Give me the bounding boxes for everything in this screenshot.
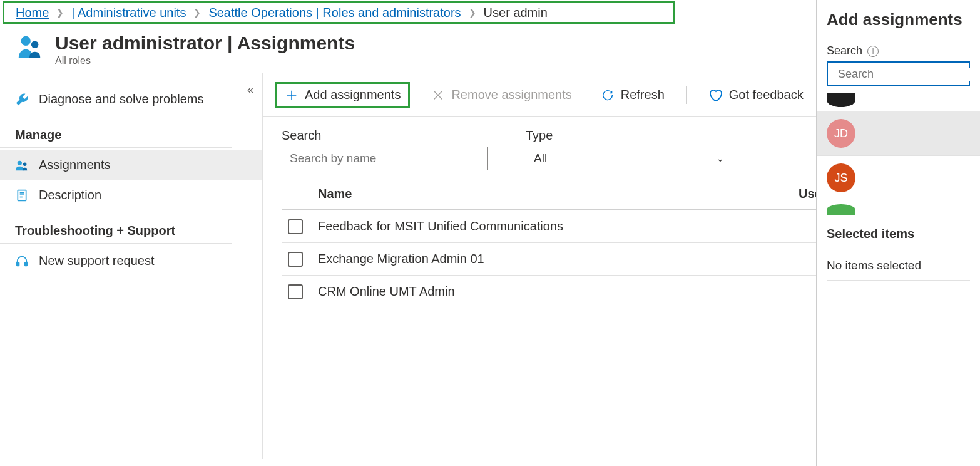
- row-checkbox[interactable]: [288, 219, 303, 234]
- svg-point-1: [31, 41, 39, 48]
- refresh-button[interactable]: Refresh: [593, 84, 672, 106]
- flyout-selected-title: Selected items: [827, 227, 970, 241]
- row-name: CRM Online UMT Admin: [318, 284, 799, 299]
- chevron-right-icon: ❯: [56, 8, 64, 18]
- nav-support-label: New support request: [39, 254, 155, 268]
- row-name: Exchange Migration Admin 01: [318, 252, 799, 266]
- x-icon: [431, 88, 445, 102]
- page-subtitle: All roles: [55, 55, 355, 66]
- row-checkbox[interactable]: [288, 252, 303, 267]
- feedback-button[interactable]: Got feedback: [700, 84, 811, 106]
- nav-section-manage: Manage: [0, 114, 232, 148]
- people-icon: [15, 158, 29, 172]
- breadcrumb-seattle-ops[interactable]: Seattle Operations | Roles and administr…: [208, 6, 461, 20]
- document-icon: [15, 189, 29, 202]
- breadcrumb-current: User admin: [484, 6, 548, 20]
- flyout-selected-section: Selected items No items selected: [817, 215, 980, 286]
- flyout-title: Add assignments: [817, 6, 980, 41]
- feedback-label: Got feedback: [729, 88, 804, 102]
- nav-section-troubleshoot: Troubleshooting + Support: [0, 210, 232, 244]
- nav-assignments[interactable]: Assignments: [0, 150, 262, 180]
- flyout-user-list: JD JS: [817, 93, 980, 215]
- role-icon: [15, 33, 44, 64]
- filter-type-label: Type: [526, 128, 732, 143]
- filter-type-value: All: [534, 152, 547, 165]
- flyout-search-box[interactable]: [827, 61, 970, 86]
- nav-support-request[interactable]: New support request: [0, 246, 262, 276]
- heart-icon: [708, 88, 723, 103]
- list-item[interactable]: JD: [817, 111, 980, 156]
- info-icon[interactable]: i: [867, 46, 879, 57]
- collapse-nav-icon[interactable]: «: [247, 83, 253, 96]
- row-name: Feedback for MSIT Unified Communications: [318, 219, 799, 234]
- refresh-icon: [601, 88, 615, 102]
- avatar: JS: [827, 163, 855, 192]
- chevron-right-icon: ❯: [193, 8, 201, 18]
- breadcrumb: Home ❯ | Administrative units ❯ Seattle …: [3, 1, 675, 24]
- filter-search-label: Search: [282, 128, 488, 143]
- col-name: Name: [318, 187, 799, 201]
- svg-rect-8: [17, 262, 19, 266]
- avatar: [827, 204, 855, 215]
- svg-point-2: [18, 160, 22, 165]
- row-checkbox[interactable]: [288, 284, 303, 299]
- svg-point-3: [23, 162, 27, 166]
- refresh-label: Refresh: [621, 88, 665, 102]
- svg-point-0: [21, 36, 31, 46]
- add-assignments-label: Add assignments: [305, 88, 401, 102]
- avatar: JD: [827, 119, 855, 148]
- filter-type-select[interactable]: All ⌄: [526, 147, 732, 170]
- flyout-search-input[interactable]: [838, 68, 980, 81]
- filter-search-input[interactable]: [282, 147, 488, 170]
- chevron-right-icon: ❯: [469, 8, 476, 18]
- wrench-icon: [15, 93, 29, 106]
- toolbar-divider: [686, 86, 687, 104]
- list-item[interactable]: [817, 200, 980, 215]
- remove-assignments-label: Remove assignments: [451, 88, 571, 102]
- list-item[interactable]: JS: [817, 156, 980, 200]
- headset-icon: [15, 254, 29, 268]
- chevron-down-icon: ⌄: [717, 153, 724, 163]
- breadcrumb-admin-units[interactable]: | Administrative units: [71, 6, 186, 20]
- nav-diagnose[interactable]: Diagnose and solve problems: [0, 85, 262, 114]
- avatar: [827, 93, 855, 107]
- breadcrumb-home[interactable]: Home: [16, 6, 49, 20]
- flyout-selected-empty: No items selected: [827, 259, 970, 281]
- add-assignments-flyout: Add assignments Search i JD JS Selected …: [816, 0, 980, 466]
- svg-rect-9: [25, 262, 28, 266]
- plus-icon: [285, 88, 299, 102]
- nav-description-label: Description: [39, 188, 101, 202]
- page-title: User administrator | Assignments: [55, 33, 355, 54]
- left-nav: « Diagnose and solve problems Manage Ass…: [0, 73, 263, 459]
- list-item[interactable]: [817, 93, 980, 111]
- add-assignments-button[interactable]: Add assignments: [275, 82, 410, 108]
- nav-description[interactable]: Description: [0, 180, 262, 210]
- nav-diagnose-label: Diagnose and solve problems: [39, 92, 204, 106]
- flyout-search-label: Search i: [827, 44, 970, 58]
- nav-assignments-label: Assignments: [39, 158, 111, 172]
- remove-assignments-button[interactable]: Remove assignments: [424, 84, 579, 106]
